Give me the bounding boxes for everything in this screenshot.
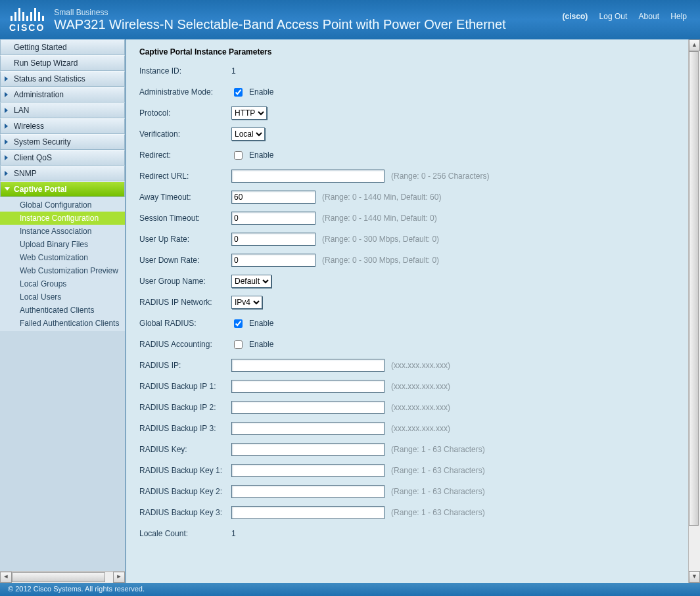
nav-item-administration[interactable]: Administration	[0, 87, 125, 103]
admin-mode-label: Administrative Mode:	[139, 87, 231, 97]
sub-item-failed-authentication-clients[interactable]: Failed Authentication Clients	[0, 317, 125, 330]
sub-item-global-configuration[interactable]: Global Configuration	[0, 198, 125, 212]
scroll-thumb-horizontal[interactable]	[12, 572, 105, 582]
radius-bk1-label: RADIUS Backup Key 1:	[139, 466, 231, 475]
sidebar-scrollbar-horizontal[interactable]: ◄ ►	[0, 571, 125, 583]
nav-item-wireless[interactable]: Wireless	[0, 118, 125, 134]
page-title: Captive Portal Instance Parameters	[139, 47, 675, 57]
sub-item-authenticated-clients[interactable]: Authenticated Clients	[0, 304, 125, 317]
group-label: User Group Name:	[139, 277, 231, 286]
header-links: (cisco) Log Out About Help	[553, 12, 687, 21]
scroll-right-button[interactable]: ►	[113, 572, 125, 583]
nav-item-snmp[interactable]: SNMP	[0, 166, 125, 181]
header-bar: CISCO Small Business WAP321 Wireless-N S…	[0, 0, 700, 39]
logout-link[interactable]: Log Out	[599, 12, 628, 21]
radius-bk2-label: RADIUS Backup Key 2:	[139, 487, 231, 496]
radius-ip-hint: (xxx.xxx.xxx.xxx)	[391, 361, 450, 370]
radius-ipnet-select[interactable]: IPv4	[231, 296, 262, 309]
sub-item-web-customization-preview[interactable]: Web Customization Preview	[0, 264, 125, 277]
uprate-hint: (Range: 0 - 300 Mbps, Default: 0)	[322, 235, 439, 244]
instance-id-label: Instance ID:	[139, 66, 231, 76]
nav-item-client-qos[interactable]: Client QoS	[0, 150, 125, 166]
sub-item-instance-configuration[interactable]: Instance Configuration	[0, 212, 125, 225]
radius-bip3-label: RADIUS Backup IP 3:	[139, 424, 231, 433]
user-label: (cisco)	[563, 12, 588, 21]
radius-bip2-input[interactable]	[231, 401, 385, 414]
redirect-url-label: Redirect URL:	[139, 172, 231, 181]
scroll-left-button[interactable]: ◄	[0, 572, 12, 583]
verification-select[interactable]: Local	[231, 127, 265, 141]
nav-item-system-security[interactable]: System Security	[0, 134, 125, 150]
scroll-thumb-vertical[interactable]	[689, 51, 699, 526]
small-business-label: Small Business	[54, 8, 505, 17]
sub-nav: Global ConfigurationInstance Configurati…	[0, 197, 125, 331]
radius-bip3-input[interactable]	[231, 422, 385, 435]
sub-item-local-groups[interactable]: Local Groups	[0, 277, 125, 290]
session-hint: (Range: 0 - 1440 Min, Default: 0)	[322, 214, 437, 223]
global-radius-label: Global RADIUS:	[139, 319, 231, 328]
radius-ip-label: RADIUS IP:	[139, 361, 231, 370]
sub-item-local-users[interactable]: Local Users	[0, 290, 125, 304]
sub-item-web-customization[interactable]: Web Customization	[0, 251, 125, 264]
downrate-input[interactable]	[231, 254, 315, 267]
uprate-label: User Up Rate:	[139, 235, 231, 244]
scroll-up-button[interactable]: ▲	[689, 39, 700, 51]
radius-ipnet-label: RADIUS IP Network:	[139, 298, 231, 307]
session-timeout-label: Session Timeout:	[139, 214, 231, 223]
radius-bk1-input[interactable]	[231, 464, 385, 477]
radius-bip1-label: RADIUS Backup IP 1:	[139, 382, 231, 391]
verification-label: Verification:	[139, 129, 231, 139]
radius-bk3-input[interactable]	[231, 506, 385, 519]
radius-acct-label: RADIUS Accounting:	[139, 340, 231, 349]
main-scrollbar-vertical[interactable]: ▲ ▼	[688, 39, 700, 583]
radius-bip2-label: RADIUS Backup IP 2:	[139, 403, 231, 412]
radius-key-label: RADIUS Key:	[139, 445, 231, 454]
away-timeout-label: Away Timeout:	[139, 193, 231, 202]
header-text: Small Business WAP321 Wireless-N Selecta…	[54, 8, 505, 32]
footer: © 2012 Cisco Systems. All rights reserve…	[0, 583, 700, 596]
enable-text: Enable	[249, 87, 273, 97]
downrate-hint: (Range: 0 - 300 Mbps, Default: 0)	[322, 256, 439, 265]
about-link[interactable]: About	[639, 12, 659, 21]
nav-item-captive-portal[interactable]: Captive Portal	[0, 181, 125, 197]
radius-bk3-label: RADIUS Backup Key 3:	[139, 508, 231, 517]
away-hint: (Range: 0 - 1440 Min, Default: 60)	[322, 193, 441, 202]
redirect-label: Redirect:	[139, 150, 231, 160]
redirect-url-input[interactable]	[231, 170, 385, 183]
radius-ip-input[interactable]	[231, 359, 385, 372]
downrate-label: User Down Rate:	[139, 256, 231, 265]
help-link[interactable]: Help	[670, 12, 687, 21]
away-timeout-input[interactable]	[231, 191, 315, 204]
protocol-label: Protocol:	[139, 108, 231, 118]
protocol-select[interactable]: HTTP	[231, 106, 267, 120]
admin-mode-checkbox[interactable]	[234, 88, 243, 97]
cisco-bars-icon	[11, 7, 44, 21]
cisco-word: CISCO	[9, 22, 45, 33]
uprate-input[interactable]	[231, 233, 315, 246]
instance-id-value: 1	[231, 66, 236, 76]
nav-item-lan[interactable]: LAN	[0, 103, 125, 118]
radius-bk2-input[interactable]	[231, 485, 385, 498]
radius-key-input[interactable]	[231, 443, 385, 456]
sub-item-instance-association[interactable]: Instance Association	[0, 225, 125, 238]
sub-item-upload-binary-files[interactable]: Upload Binary Files	[0, 238, 125, 251]
nav-item-run-setup-wizard[interactable]: Run Setup Wizard	[0, 55, 125, 71]
nav-item-getting-started[interactable]: Getting Started	[0, 39, 125, 55]
scroll-down-button[interactable]: ▼	[689, 571, 700, 583]
redirect-checkbox[interactable]	[234, 151, 243, 160]
global-radius-checkbox[interactable]	[234, 319, 243, 328]
group-select[interactable]: Default	[231, 275, 271, 288]
main-content: Captive Portal Instance Parameters Insta…	[126, 39, 688, 583]
redirect-url-hint: (Range: 0 - 256 Characters)	[391, 172, 489, 181]
radius-bip1-input[interactable]	[231, 380, 385, 393]
sidebar: Getting StartedRun Setup WizardStatus an…	[0, 39, 126, 583]
cisco-logo: CISCO	[9, 7, 45, 33]
radius-acct-checkbox[interactable]	[234, 340, 243, 349]
locale-label: Locale Count:	[139, 529, 231, 538]
session-timeout-input[interactable]	[231, 212, 315, 225]
nav-item-status-and-statistics[interactable]: Status and Statistics	[0, 71, 125, 87]
product-title: WAP321 Wireless-N Selectable-Band Access…	[54, 17, 505, 32]
locale-value: 1	[231, 529, 236, 538]
